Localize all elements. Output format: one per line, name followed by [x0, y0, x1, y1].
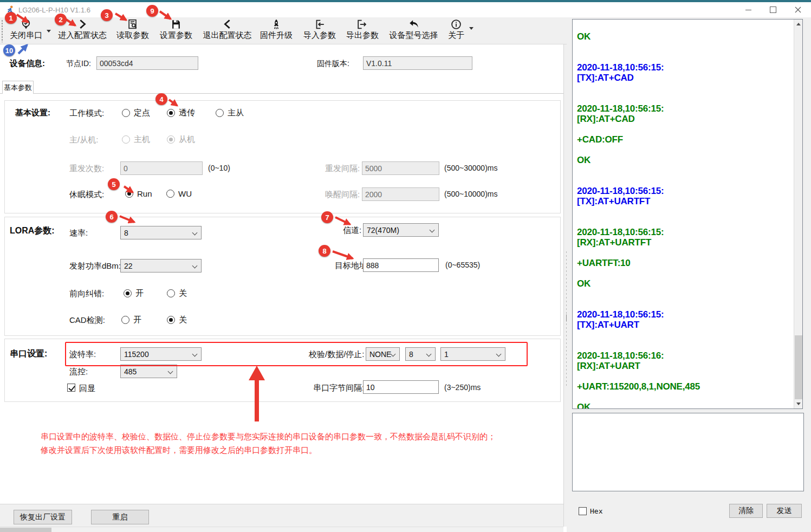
flow-control-select[interactable]: 485 — [120, 365, 177, 378]
toolbar-export-params-button[interactable]: 导出参数 — [345, 18, 380, 41]
resend-count-label: 重发次数: — [69, 164, 104, 174]
resend-interval-label: 重发间隔: — [325, 164, 360, 174]
target-address-field[interactable] — [363, 258, 439, 272]
log-line: 2020-11-18,10:56:15: — [577, 62, 788, 73]
radio-icon — [167, 316, 175, 324]
log-line: 2020-11-18,10:56:15: — [577, 103, 788, 114]
minimize-button[interactable] — [736, 2, 761, 17]
firmware-version-field[interactable] — [363, 56, 472, 70]
sleep-option-wu[interactable]: WU — [166, 189, 192, 198]
toolbar-firmware-upgrade-button[interactable]: 固件升级 — [259, 18, 294, 41]
baud-rate-label: 波特率: — [69, 349, 96, 360]
chevron-left-icon — [222, 18, 233, 30]
data-bits-select[interactable]: 8 — [405, 347, 436, 361]
stop-bits-select[interactable]: 1 — [440, 347, 505, 361]
toolbar-item-label: 退出配置状态 — [203, 30, 252, 41]
toolbar-overflow-caret[interactable] — [469, 27, 473, 30]
tab-label: 基本参数 — [4, 83, 32, 93]
channel-select[interactable]: 72(470M) — [363, 223, 439, 237]
parity-value: NONE — [369, 350, 391, 359]
fec-option-on[interactable]: 开 — [124, 288, 144, 299]
echo-label: 回显 — [79, 384, 95, 394]
resend-count-range: (0~10) — [208, 164, 230, 172]
send-input-area[interactable] — [572, 413, 804, 491]
toolbar-import-params-button[interactable]: 导入参数 — [302, 18, 337, 41]
rate-value: 8 — [124, 229, 128, 237]
log-line: [RX]:AT+UART — [577, 361, 788, 371]
device-info-section-label: 设备信息: — [10, 59, 45, 69]
work-mode-option-transparent[interactable]: 透传 — [167, 108, 195, 118]
tab-strip-divider — [0, 93, 563, 94]
fec-option-off[interactable]: 关 — [167, 288, 187, 299]
radio-icon — [122, 109, 130, 117]
tx-power-label: 发射功率dBm: — [69, 261, 121, 271]
lora-params-section-label: LORA参数: — [10, 225, 55, 237]
log-line: [TX]:AT+UART — [577, 320, 788, 330]
tab-basic-params[interactable]: 基本参数 — [2, 81, 34, 94]
log-line: OK — [577, 402, 788, 409]
step-badge-7: 7 — [321, 211, 333, 223]
step-badge-10: 10 — [3, 44, 15, 56]
radio-icon — [167, 289, 175, 297]
close-button[interactable] — [786, 2, 810, 17]
tx-power-select[interactable]: 22 — [120, 259, 202, 273]
wake-interval-field — [362, 187, 439, 201]
toolbar-item-label: 关于 — [448, 30, 464, 41]
log-line: 2020-11-18,10:56:15: — [577, 309, 788, 320]
master-option: 主机 — [122, 134, 150, 145]
echo-checkbox[interactable] — [67, 384, 75, 392]
cad-option-on[interactable]: 开 — [121, 315, 141, 325]
radio-icon — [124, 289, 132, 297]
toolbar-set-params-button[interactable]: 设置参数 — [159, 18, 193, 41]
parity-data-stop-label: 校验/数据/停止: — [309, 349, 365, 360]
radio-icon — [167, 135, 175, 144]
work-mode-label: 工作模式: — [69, 108, 104, 119]
parity-select[interactable]: NONE — [366, 347, 400, 361]
serial-settings-section-label: 串口设置: — [10, 348, 47, 360]
radio-icon — [122, 135, 130, 144]
send-button[interactable]: 发送 — [767, 504, 802, 518]
log-line: OK — [577, 31, 788, 42]
horizontal-scrollbar[interactable] — [0, 527, 563, 532]
sleep-option-run[interactable]: Run — [125, 189, 152, 198]
maximize-button[interactable] — [761, 2, 786, 17]
byte-interval-field[interactable] — [363, 380, 439, 394]
log-scrollbar-thumb[interactable] — [795, 335, 802, 399]
log-line: [TX]:AT+UARTFT — [577, 196, 788, 206]
hex-checkbox[interactable] — [579, 507, 587, 515]
log-line: +CAD:OFF — [577, 134, 788, 145]
step-badge-2: 2 — [55, 14, 67, 25]
baud-rate-select[interactable]: 115200 — [120, 347, 202, 361]
radio-label: 定点 — [134, 108, 150, 118]
restart-label: 重启 — [113, 512, 128, 522]
toolbar-item-label: 读取参数 — [116, 30, 149, 41]
toolbar-exit-config-button[interactable]: 退出配置状态 — [202, 18, 253, 41]
factory-reset-button[interactable]: 恢复出厂设置 — [14, 510, 72, 524]
log-text: OK 2020-11-18,10:56:15: [TX]:AT+CAD 2020… — [577, 31, 788, 409]
node-id-field[interactable] — [96, 56, 198, 70]
resend-interval-range: (500~30000)ms — [444, 164, 497, 172]
step-badge-5: 5 — [108, 178, 120, 190]
work-mode-option-fixed[interactable]: 定点 — [122, 108, 150, 118]
channel-label: 信道: — [343, 225, 361, 236]
toolbar-read-params-button[interactable]: 读取参数 — [115, 18, 150, 41]
log-output-area[interactable]: OK 2020-11-18,10:56:15: [TX]:AT+CAD 2020… — [572, 19, 803, 409]
work-mode-option-master-slave[interactable]: 主从 — [216, 108, 244, 118]
restart-button[interactable]: 重启 — [91, 510, 149, 524]
radio-label: Run — [137, 189, 152, 198]
close-serial-dropdown-caret[interactable] — [47, 30, 51, 33]
serial-note-line1: 串口设置中的波特率、校验位、数据位、停止位参数要与您实际连接的串口设备的串口参数… — [41, 432, 496, 442]
scroll-up-icon[interactable] — [796, 23, 801, 25]
toolbar-device-model-select-button[interactable]: 设备型号选择 — [388, 18, 439, 41]
rate-select[interactable]: 8 — [120, 226, 202, 239]
scroll-down-icon[interactable] — [796, 403, 801, 405]
log-line: [RX]:AT+UARTFT — [577, 237, 788, 248]
clear-button[interactable]: 清除 — [729, 504, 763, 518]
step-badge-9: 9 — [146, 5, 158, 17]
toolbar-about-button[interactable]: 关于 — [446, 18, 466, 41]
cad-option-off[interactable]: 关 — [167, 315, 187, 325]
radio-label: 开 — [135, 288, 144, 299]
save-floppy-icon — [170, 18, 182, 30]
horizontal-scrollbar-thumb[interactable] — [0, 528, 51, 532]
log-scrollbar[interactable] — [794, 20, 802, 408]
